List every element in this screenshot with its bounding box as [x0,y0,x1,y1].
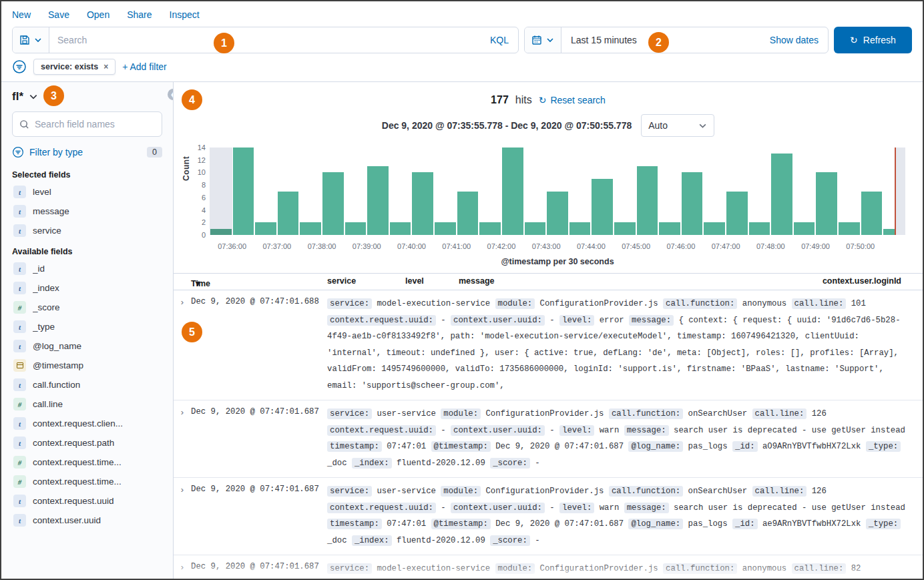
histogram-bars[interactable] [210,148,905,235]
histogram-bucket[interactable] [658,148,681,235]
histogram-bucket[interactable] [591,148,614,235]
histogram-bucket[interactable] [367,148,389,235]
field-item-_id[interactable]: t_id [12,259,162,278]
expand-row-icon[interactable]: › [174,296,191,394]
histogram-bucket[interactable] [479,148,501,235]
histogram-bucket[interactable] [232,148,255,235]
add-filter-button[interactable]: + Add filter [122,61,167,72]
current-time-marker [895,148,896,235]
field-item-call.line[interactable]: #call.line [12,394,162,414]
field-name-pill: timestamp: [327,519,382,529]
annotation-badge-2: 2 [648,32,669,53]
histogram-bucket[interactable] [434,148,457,235]
histogram-bucket[interactable] [344,148,367,235]
interval-select[interactable]: Auto [641,114,714,137]
field-search-input[interactable]: Search field names [12,111,162,137]
histogram-bucket[interactable] [748,148,771,235]
field-item-context.request.time...[interactable]: #context.request.time... [12,472,162,491]
query-bar: Search KQL Last 15 minutes Show dates ↻ … [1,24,923,57]
histogram-bucket[interactable] [883,148,905,235]
histogram-bucket[interactable] [681,148,704,235]
y-tick-label: 14 [198,143,206,152]
kql-language-button[interactable]: KQL [481,27,518,53]
field-item-_type[interactable]: t_type [12,317,162,336]
histogram-bucket[interactable] [861,148,883,235]
histogram-bucket[interactable] [793,148,816,235]
field-item-_score[interactable]: #_score [12,298,162,317]
histogram-bucket[interactable] [546,148,569,235]
x-tick-label: 07:48:00 [756,242,785,250]
menu-item-inspect[interactable]: Inspect [170,9,200,20]
show-dates-button[interactable]: Show dates [770,35,828,45]
field-item-_index[interactable]: t_index [12,278,162,298]
histogram-bucket[interactable] [524,148,547,235]
field-item-level[interactable]: tlevel [12,182,162,202]
histogram-bucket[interactable] [569,148,592,235]
column-header-message[interactable]: message [459,276,495,286]
field-item-message[interactable]: tmessage [12,202,162,221]
string-field-icon: t [13,282,26,294]
histogram-bucket[interactable] [636,148,659,235]
string-field-icon: t [13,224,26,237]
histogram-bucket[interactable] [703,148,726,235]
field-item-@timestamp[interactable]: @timestamp [12,356,162,375]
field-item-context.request.uuid[interactable]: tcontext.request.uuid [12,491,162,511]
remove-filter-icon[interactable]: × [103,62,108,71]
histogram-bucket[interactable] [322,148,344,235]
string-field-icon: t [13,262,26,275]
field-item-context.request.path[interactable]: tcontext.request.path [12,433,162,453]
histogram-bucket[interactable] [389,148,412,235]
reset-search-button[interactable]: ↻Reset search [539,95,606,105]
menu-item-share[interactable]: Share [127,9,152,20]
string-field-icon: t [13,495,26,507]
x-tick-label: 07:39:00 [353,242,381,250]
hits-histogram[interactable]: Count 02468101214 07:36:0007:37:0007:38:… [180,143,905,268]
histogram-bucket[interactable] [815,148,838,235]
chevron-down-icon [698,121,707,130]
column-header-level[interactable]: level [405,276,424,286]
filter-icon[interactable] [12,59,27,74]
histogram-bucket[interactable] [838,148,861,235]
expand-row-icon[interactable]: › [174,483,191,549]
field-name-pill: call.line: [792,298,847,309]
field-name-pill: module: [441,408,481,419]
field-name-pill: message: [624,503,669,513]
column-header-service[interactable]: service [327,276,356,286]
histogram-bucket[interactable] [726,148,748,235]
histogram-bucket[interactable] [299,148,322,235]
histogram-bar [233,148,254,235]
date-quick-menu-button[interactable] [525,27,561,53]
app-menu: NewSaveOpenShareInspect [1,1,923,24]
histogram-bucket[interactable] [614,148,636,235]
histogram-bucket[interactable] [411,148,434,235]
field-item-service[interactable]: tservice [12,221,162,240]
field-name: context.request.time... [33,477,122,487]
field-item-call.function[interactable]: tcall.function [12,375,162,394]
menu-item-new[interactable]: New [12,9,31,20]
field-item-context.user.uuid[interactable]: tcontext.user.uuid [12,511,162,530]
histogram-bar [659,222,680,235]
column-header-loginid[interactable]: context.user.loginId [823,276,901,286]
search-input[interactable]: Search [49,27,481,53]
histogram-bucket[interactable] [770,148,793,235]
filter-by-type-button[interactable]: Filter by type 0 [12,143,162,164]
saved-query-menu-button[interactable] [13,27,49,53]
expand-row-icon[interactable]: › [174,406,191,471]
filter-pill-service-exists[interactable]: service: exists × [33,59,116,75]
menu-item-save[interactable]: Save [48,9,69,20]
field-item-context.request.time...[interactable]: #context.request.time... [12,453,162,472]
collapse-sidebar-button[interactable]: ❮ [168,89,174,100]
histogram-bucket[interactable] [501,148,524,235]
refresh-button[interactable]: ↻ Refresh [834,27,912,53]
field-item-@log_name[interactable]: t@log_name [12,336,162,356]
histogram-bucket[interactable] [210,148,232,235]
field-name: _index [33,283,59,293]
index-pattern-selector[interactable]: fl* [12,90,162,103]
histogram-bucket[interactable] [277,148,300,235]
field-item-context.request.clien...[interactable]: tcontext.request.clien... [12,414,162,433]
histogram-bucket[interactable] [457,148,479,235]
histogram-bucket[interactable] [254,148,277,235]
menu-item-open[interactable]: Open [87,9,109,20]
selected-fields-heading: Selected fields [12,170,162,180]
expand-row-icon[interactable]: › [174,561,191,579]
